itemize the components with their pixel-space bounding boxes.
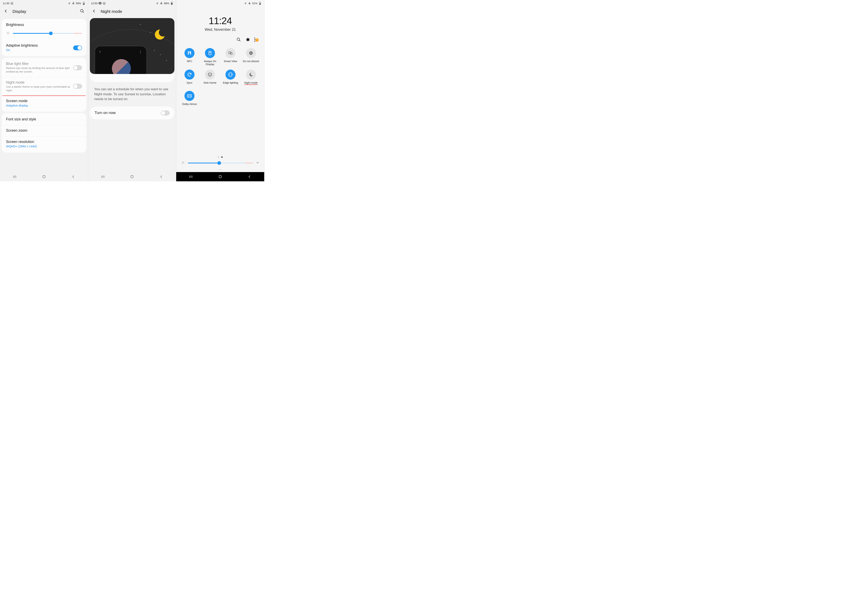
qs-tile-smart-view[interactable]: Smart View (221, 48, 240, 66)
qs-tile-icon (246, 48, 256, 58)
svg-point-26 (209, 74, 210, 75)
nav-recents[interactable] (12, 174, 17, 179)
turn-on-label: Turn on now (94, 111, 158, 115)
airplane-icon (160, 2, 163, 4)
nav-back[interactable] (247, 174, 252, 179)
sun-icon (181, 161, 185, 166)
svg-rect-6 (43, 176, 45, 178)
qs-tile-kids-home[interactable]: Kids Home (200, 70, 220, 87)
search-button[interactable] (80, 9, 84, 14)
qs-tile-label: Night mode (244, 81, 258, 87)
wifi-icon (156, 2, 159, 4)
qs-tile-nfc[interactable]: NFC (180, 48, 199, 66)
status-bar: 11:30 50% (0, 0, 88, 6)
row-font-size[interactable]: Font size and style (1, 114, 86, 125)
mock-more-icon: ⋮ (139, 50, 142, 54)
nav-bar (176, 172, 264, 181)
page-title: Display (12, 9, 75, 14)
qs-tile-icon (185, 48, 195, 58)
sun-icon (6, 31, 10, 36)
back-button[interactable] (4, 9, 8, 14)
qs-tile-grid: NFCAlways On DisplaySmart ViewDo not dis… (176, 46, 264, 110)
nav-home[interactable] (41, 174, 46, 179)
nav-recents[interactable] (189, 174, 193, 179)
nightmode-sub: Use a darker theme to keep your eyes com… (6, 85, 71, 92)
qs-tile-label: NFC (187, 60, 192, 66)
svg-point-32 (182, 162, 184, 163)
nav-home[interactable] (218, 174, 223, 179)
airplane-icon (248, 2, 251, 4)
svg-point-4 (80, 9, 83, 12)
svg-rect-11 (131, 176, 133, 178)
row-turn-on-now[interactable]: Turn on now (90, 107, 174, 119)
brightness-slider[interactable] (6, 31, 82, 36)
qs-tile-do-not-disturb[interactable]: Do not disturb (241, 48, 261, 66)
svg-point-16 (254, 38, 255, 38)
svg-rect-2 (83, 2, 84, 2)
nav-bar (0, 172, 88, 181)
qs-date: Wed, November 21 (176, 28, 264, 32)
qs-more-button[interactable]: N (254, 37, 260, 43)
mock-back-icon: ‹ (99, 50, 100, 54)
qs-time: 11:24 (176, 15, 264, 26)
qs-tile-icon (226, 70, 235, 80)
nav-back[interactable] (159, 174, 164, 179)
row-night-mode[interactable]: Night mode Use a darker theme to keep yo… (1, 77, 86, 95)
row-blue-light-filter[interactable]: Blue light filter Reduce eye strain by l… (1, 59, 86, 77)
nav-bar (88, 172, 176, 181)
picture-icon (103, 2, 105, 4)
qs-brightness-slider[interactable] (176, 159, 264, 167)
card-font: Font size and style Screen zoom Screen r… (1, 113, 86, 152)
screenzoom-title: Screen zoom (6, 129, 82, 133)
battery-icon (170, 2, 173, 4)
adaptive-title: Adaptive brightness (6, 43, 71, 47)
adaptive-toggle[interactable] (73, 46, 82, 50)
chevron-down-icon[interactable] (256, 161, 260, 165)
qs-tile-night-mode[interactable]: Night mode (241, 70, 261, 87)
qs-tile-icon (185, 91, 195, 101)
qs-tile-icon (246, 70, 256, 80)
back-button[interactable] (92, 9, 96, 14)
turn-on-toggle[interactable] (161, 111, 170, 115)
qs-tile-label: Always On Display (200, 60, 220, 66)
qs-handle[interactable]: — (176, 167, 264, 172)
brightness-label: Brightness (6, 22, 82, 27)
svg-rect-30 (229, 73, 232, 76)
qs-tile-always-on-display[interactable]: Always On Display (200, 48, 220, 66)
svg-rect-24 (250, 53, 252, 53)
night-mode-info: You can set a schedule for when you want… (90, 82, 174, 105)
svg-point-5 (7, 33, 9, 34)
qs-tile-label: Kids Home (204, 81, 216, 87)
qs-pager[interactable] (176, 154, 264, 159)
svg-rect-33 (219, 176, 221, 178)
svg-rect-19 (209, 51, 211, 55)
qs-tile-label: Dolby Atmos (182, 102, 197, 108)
row-screen-mode[interactable]: Screen mode Adaptive display (1, 95, 86, 111)
nav-home[interactable] (130, 174, 134, 179)
status-bar: 51% (176, 0, 264, 6)
row-adaptive-brightness[interactable]: Adaptive brightness On (1, 40, 86, 55)
nav-back[interactable] (71, 174, 76, 179)
qs-search-button[interactable] (236, 37, 241, 43)
qs-tile-sync[interactable]: Sync (180, 70, 199, 87)
bluelight-toggle[interactable] (73, 65, 82, 70)
bluelight-sub: Reduce eye strain by limiting the amount… (6, 66, 71, 74)
wifi-icon (244, 2, 247, 4)
svg-point-28 (208, 73, 209, 74)
qs-tile-icon (205, 70, 215, 80)
qs-settings-button[interactable] (245, 37, 250, 43)
qs-tile-dolby-atmos[interactable]: Dolby Atmos (180, 91, 199, 108)
card-brightness: Brightness Adaptive brightness On (1, 19, 86, 56)
status-time: 11:30 (3, 2, 9, 5)
adaptive-value: On (6, 48, 71, 52)
olx-icon: olx (99, 2, 102, 4)
status-time: 12:50 (91, 2, 97, 5)
svg-point-17 (254, 39, 255, 40)
qs-tile-edge-lighting[interactable]: Edge lighting (221, 70, 240, 87)
fontsize-title: Font size and style (6, 117, 82, 121)
nightmode-toggle[interactable] (73, 84, 82, 89)
row-screen-zoom[interactable]: Screen zoom (1, 125, 86, 136)
status-bar: 12:50 olx 66% (88, 0, 176, 6)
row-resolution[interactable]: Screen resolution WQHD+ (2960 x 1440) (1, 136, 86, 152)
nav-recents[interactable] (100, 174, 105, 179)
